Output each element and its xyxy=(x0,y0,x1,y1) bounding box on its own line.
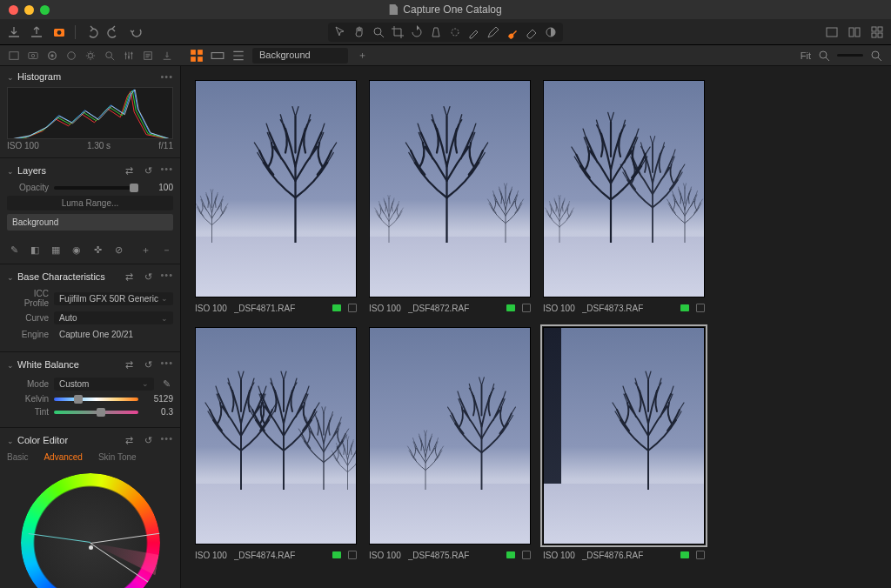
hand-icon[interactable] xyxy=(352,25,366,39)
capture-icon[interactable] xyxy=(52,25,66,39)
tab-advanced[interactable]: Advanced xyxy=(44,452,82,462)
reset-icon[interactable]: ↺ xyxy=(141,270,155,284)
zoom-fit-label[interactable]: Fit xyxy=(801,50,811,61)
reset-icon[interactable]: ↺ xyxy=(141,433,155,447)
collapse-icon[interactable]: ⌄ xyxy=(7,437,14,445)
remove-layer-icon[interactable]: － xyxy=(159,243,173,257)
icc-select[interactable]: Fujifilm GFX 50R Generic⌄ xyxy=(54,292,173,305)
reset-icon[interactable]: ↺ xyxy=(141,357,155,371)
browser-grid-icon[interactable] xyxy=(190,49,204,63)
curve-select[interactable]: Auto⌄ xyxy=(54,311,173,324)
viewer-bar: Background ＋ Fit xyxy=(181,45,891,66)
view-single-icon[interactable] xyxy=(825,25,839,39)
copy-icon[interactable]: ⇄ xyxy=(122,433,136,447)
thumbnail[interactable]: ISO 100 _DSF4876.RAF xyxy=(543,327,705,562)
luma-range-button[interactable]: Luma Range... xyxy=(7,196,173,210)
mask-brush-icon[interactable] xyxy=(506,25,519,39)
view-multi-icon[interactable] xyxy=(847,25,861,39)
brush-tool-icon[interactable]: ✎ xyxy=(7,243,21,257)
minimize-window-button[interactable] xyxy=(24,5,34,15)
color-wheel[interactable] xyxy=(17,469,164,588)
fill-tool-icon[interactable]: ✜ xyxy=(90,243,104,257)
linear-grad-icon[interactable]: ▦ xyxy=(49,243,63,257)
search-icon[interactable] xyxy=(870,50,882,62)
thumbnail-image[interactable] xyxy=(543,80,705,297)
add-layer-icon[interactable]: ＋ xyxy=(138,243,152,257)
copy-icon[interactable]: ⇄ xyxy=(122,270,136,284)
import-icon[interactable] xyxy=(7,25,21,39)
capture-tab-icon[interactable] xyxy=(28,50,38,62)
svg-rect-8 xyxy=(872,27,876,31)
collapse-icon[interactable]: ⌄ xyxy=(7,167,14,176)
eyedropper-icon[interactable]: ✎ xyxy=(159,377,173,391)
copy-icon[interactable]: ⇄ xyxy=(122,164,136,177)
zoom-slider[interactable] xyxy=(837,54,863,57)
view-grid-icon[interactable] xyxy=(870,25,884,39)
exposure-tab-icon[interactable] xyxy=(85,50,96,62)
color-tab-icon[interactable] xyxy=(66,50,77,62)
wb-picker-icon[interactable] xyxy=(467,25,481,39)
keystone-icon[interactable] xyxy=(429,25,443,39)
thumbnail-image[interactable] xyxy=(369,80,531,297)
library-tab-icon[interactable] xyxy=(9,50,19,62)
adjust-tab-icon[interactable] xyxy=(124,50,134,62)
thumbnail[interactable]: ISO 100 _DSF4872.RAF xyxy=(369,80,531,315)
layer-item-background[interactable]: Background xyxy=(7,214,173,231)
redo-icon[interactable] xyxy=(107,25,121,39)
tint-slider[interactable] xyxy=(54,411,138,414)
browser-filmstrip-icon[interactable] xyxy=(211,49,224,63)
kelvin-slider[interactable] xyxy=(54,398,138,401)
crop-icon[interactable] xyxy=(391,25,405,39)
details-tab-icon[interactable] xyxy=(104,50,115,62)
collapse-icon[interactable]: ⌄ xyxy=(7,73,14,82)
gradient-icon[interactable] xyxy=(544,25,558,39)
output-tab-icon[interactable] xyxy=(162,50,172,62)
thumbnail-image[interactable] xyxy=(195,327,357,545)
mode-select[interactable]: Custom⌄ xyxy=(54,378,154,391)
pointer-icon[interactable] xyxy=(333,25,347,39)
opacity-slider[interactable] xyxy=(54,186,138,190)
thumbnail[interactable]: ISO 100 _DSF4874.RAF xyxy=(195,327,357,562)
add-layer-icon[interactable]: ＋ xyxy=(355,49,369,63)
reset-icon[interactable] xyxy=(130,25,144,39)
panel-menu-icon[interactable]: ••• xyxy=(160,71,173,82)
reset-icon[interactable]: ↺ xyxy=(141,164,155,177)
svg-rect-5 xyxy=(827,28,837,37)
copy-icon[interactable]: ⇄ xyxy=(122,357,136,371)
radial-grad-icon[interactable]: ◉ xyxy=(70,243,84,257)
panel-title: Layers xyxy=(17,165,46,176)
thumbnail[interactable]: ISO 100 _DSF4871.RAF xyxy=(195,80,357,315)
invert-tool-icon[interactable]: ⊘ xyxy=(111,243,125,257)
tab-skintone[interactable]: Skin Tone xyxy=(98,452,137,462)
thumbnail-image[interactable] xyxy=(369,327,531,545)
panel-menu-icon[interactable]: ••• xyxy=(160,270,173,284)
collapse-icon[interactable]: ⌄ xyxy=(7,361,14,370)
metadata-tab-icon[interactable] xyxy=(143,50,153,62)
thumbnail[interactable]: ISO 100 _DSF4875.RAF xyxy=(369,327,531,562)
eraser-icon[interactable] xyxy=(525,25,539,39)
zoom-icon[interactable] xyxy=(372,25,385,39)
thumbnail-image[interactable] xyxy=(195,80,357,297)
panel-menu-icon[interactable]: ••• xyxy=(160,164,173,177)
svg-rect-24 xyxy=(191,50,196,55)
rotate-icon[interactable] xyxy=(410,25,424,39)
panel-menu-icon[interactable]: ••• xyxy=(160,433,173,447)
thumbnail[interactable]: ISO 100 _DSF4873.RAF xyxy=(543,80,705,315)
undo-icon[interactable] xyxy=(84,25,98,39)
zoom-search-icon[interactable] xyxy=(818,50,830,62)
annotate-icon[interactable] xyxy=(486,25,500,39)
maximize-window-button[interactable] xyxy=(40,5,50,15)
tab-basic[interactable]: Basic xyxy=(7,452,28,462)
tools-sidebar: ⌄Histogram ••• ISO 100 1.30 s f/11 ⌄Laye xyxy=(0,66,181,588)
browser-list-icon[interactable] xyxy=(231,49,245,63)
status-badge xyxy=(506,551,515,558)
eraser-tool-icon[interactable]: ◧ xyxy=(28,243,42,257)
close-window-button[interactable] xyxy=(9,5,18,15)
collapse-icon[interactable]: ⌄ xyxy=(7,273,14,282)
panel-menu-icon[interactable]: ••• xyxy=(160,357,173,371)
export-icon[interactable] xyxy=(30,25,44,39)
lens-tab-icon[interactable] xyxy=(47,50,57,62)
thumbnail-image[interactable] xyxy=(543,327,705,545)
layer-selector[interactable]: Background xyxy=(252,48,348,63)
spot-icon[interactable] xyxy=(448,25,462,39)
